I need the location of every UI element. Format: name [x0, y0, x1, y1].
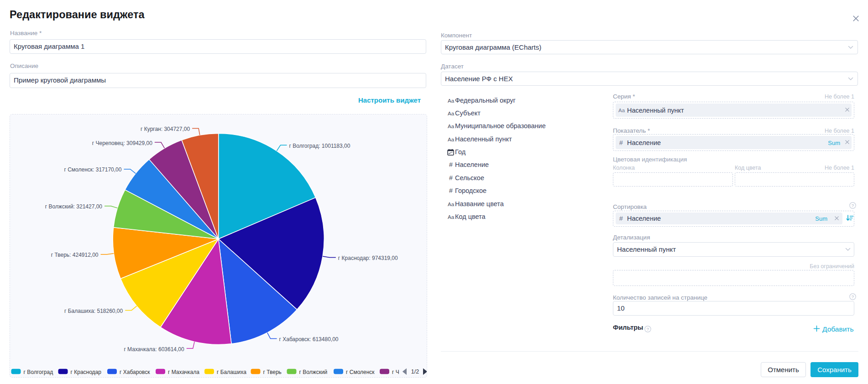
svg-text:г Балашиха: г Балашиха: [217, 369, 246, 375]
svg-text:г Махачкала: 603614,00: г Махачкала: 603614,00: [124, 346, 184, 353]
svg-text:г Смоленск: 317170,00: г Смоленск: 317170,00: [64, 166, 121, 173]
svg-text:г Балашиха: 518260,00: г Балашиха: 518260,00: [64, 308, 123, 314]
svg-text:г Волгоград: 1001183,00: г Волгоград: 1001183,00: [289, 143, 350, 149]
svg-text:г Череповец: 309429,00: г Череповец: 309429,00: [92, 140, 152, 146]
svg-text:г Волгоград: г Волгоград: [24, 369, 53, 375]
svg-text:г Волжский: 321427,00: г Волжский: 321427,00: [45, 203, 103, 210]
svg-text:?: ?: [852, 294, 854, 299]
svg-text:г Тверь: 424912,00: г Тверь: 424912,00: [51, 252, 99, 258]
svg-text:1/2: 1/2: [411, 368, 419, 375]
svg-text:г Ч: г Ч: [392, 369, 399, 375]
svg-text:?: ?: [851, 202, 853, 208]
svg-text:г Курган: 304727,00: г Курган: 304727,00: [141, 126, 190, 132]
svg-text:г Смоленск: г Смоленск: [346, 369, 375, 375]
svg-text:г Махачкала: г Махачкала: [168, 369, 199, 375]
svg-text:г Тверь: г Тверь: [263, 369, 282, 375]
svg-text:г Хабаровск: г Хабаровск: [120, 369, 150, 375]
svg-text:?: ?: [647, 327, 649, 332]
svg-text:г Хабаровск: 613480,00: г Хабаровск: 613480,00: [279, 336, 339, 342]
svg-text:г Краснодар: г Краснодар: [71, 369, 102, 375]
svg-text:г Краснодар: 974319,00: г Краснодар: 974319,00: [338, 255, 398, 261]
svg-text:г Волжский: г Волжский: [299, 369, 328, 375]
